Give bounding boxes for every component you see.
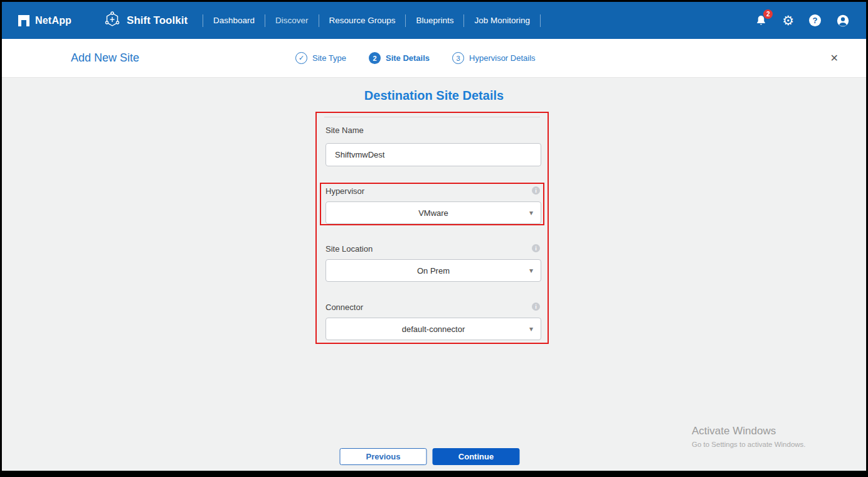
- form-title: Destination Site Details: [2, 78, 866, 103]
- netapp-brand: NetApp: [18, 15, 71, 26]
- netapp-brand-label: NetApp: [35, 15, 71, 26]
- shift-toolkit-label: Shift Toolkit: [127, 14, 188, 27]
- step-label: Site Details: [386, 53, 430, 63]
- step-label: Hypervisor Details: [469, 53, 535, 63]
- close-icon[interactable]: ✕: [830, 52, 839, 64]
- shift-toolkit-brand: Shift Toolkit: [104, 11, 188, 30]
- form-top-divider: [324, 117, 540, 117]
- navbar-actions: 2 ⚙ ?: [755, 14, 850, 28]
- site-location-info-icon[interactable]: i: [532, 244, 540, 252]
- watermark-title: Activate Windows: [692, 425, 806, 437]
- nav-item-job-monitoring[interactable]: Job Monitoring: [464, 16, 540, 25]
- app-window: NetApp Shift Toolkit Dashboard Discover: [0, 0, 868, 477]
- user-account-icon[interactable]: [836, 14, 850, 28]
- netapp-logo-icon: [18, 15, 29, 26]
- previous-button[interactable]: Previous: [340, 448, 427, 465]
- hypervisor-select[interactable]: VMware ▾: [326, 201, 541, 224]
- nav-item-dashboard[interactable]: Dashboard: [203, 16, 265, 25]
- step-site-type[interactable]: ✓ Site Type: [295, 52, 346, 64]
- site-location-label: Site Location: [326, 244, 373, 254]
- settings-gear-icon[interactable]: ⚙: [782, 14, 794, 27]
- step-done-check-icon: ✓: [295, 52, 307, 64]
- hypervisor-info-icon[interactable]: i: [532, 186, 540, 195]
- site-name-input[interactable]: [326, 143, 541, 166]
- chevron-down-icon: ▾: [529, 208, 533, 217]
- chevron-down-icon: ▾: [529, 266, 533, 275]
- wizard-footer: Previous Continue: [340, 448, 520, 465]
- connector-label: Connector: [326, 303, 363, 312]
- connector-info-icon[interactable]: i: [532, 303, 540, 311]
- hypervisor-label: Hypervisor: [326, 186, 364, 196]
- help-icon[interactable]: ?: [809, 14, 821, 26]
- step-label: Site Type: [312, 53, 346, 63]
- nav-item-resource-groups[interactable]: Resource Groups: [319, 16, 406, 25]
- step-hypervisor-details[interactable]: 3 Hypervisor Details: [452, 52, 535, 64]
- site-location-select[interactable]: On Prem ▾: [326, 259, 541, 282]
- watermark-subtitle: Go to Settings to activate Windows.: [692, 441, 806, 448]
- chevron-down-icon: ▾: [529, 324, 533, 333]
- nav-divider: [540, 14, 541, 27]
- main-content: Destination Site Details Site Name Hyper…: [2, 78, 866, 469]
- activate-windows-watermark: Activate Windows Go to Settings to activ…: [692, 425, 806, 448]
- notification-badge: 2: [763, 9, 773, 19]
- connector-selected-value: default-connector: [402, 324, 465, 334]
- nav-item-blueprints[interactable]: Blueprints: [406, 16, 463, 25]
- top-navbar: NetApp Shift Toolkit Dashboard Discover: [2, 2, 866, 39]
- notifications-bell-icon[interactable]: 2: [755, 14, 767, 27]
- site-location-selected-value: On Prem: [417, 266, 450, 276]
- nav-item-discover[interactable]: Discover: [265, 16, 319, 25]
- step-number: 3: [452, 52, 464, 64]
- wizard-stepper: ✓ Site Type 2 Site Details 3 Hypervisor …: [295, 52, 536, 64]
- wizard-header: Add New Site ✓ Site Type 2 Site Details …: [2, 39, 866, 78]
- step-number: 2: [369, 52, 381, 64]
- page-title: Add New Site: [71, 51, 139, 65]
- site-name-label: Site Name: [326, 126, 364, 135]
- connector-select[interactable]: default-connector ▾: [326, 318, 541, 340]
- hypervisor-selected-value: VMware: [418, 208, 448, 218]
- shift-toolkit-icon: [104, 11, 120, 30]
- continue-button[interactable]: Continue: [433, 448, 520, 465]
- form-annotation-rectangle: Site Name Hypervisor i VMware ▾ Site Loc…: [315, 112, 549, 344]
- step-site-details[interactable]: 2 Site Details: [369, 52, 430, 64]
- main-nav: Dashboard Discover Resource Groups Bluep…: [203, 14, 541, 27]
